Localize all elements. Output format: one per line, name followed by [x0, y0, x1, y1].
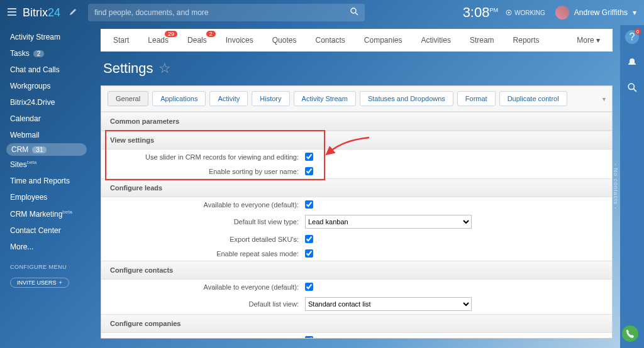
contacts-label-1: Default list view:: [110, 300, 305, 308]
nav-deals[interactable]: Deals2: [187, 36, 207, 45]
leads-row-2: Export detailed SKU's:: [101, 232, 612, 246]
sidebar-item-activity-stream[interactable]: Activity Stream: [0, 29, 93, 45]
tabs-collapse-icon[interactable]: ▾: [602, 95, 606, 102]
help-icon[interactable]: ? 0: [625, 30, 639, 44]
search-rail-icon[interactable]: [625, 80, 639, 94]
section-view: View settings: [101, 131, 612, 150]
hamburger-icon[interactable]: [8, 7, 16, 18]
tab-history[interactable]: History: [252, 91, 289, 106]
view-check-1[interactable]: [305, 167, 313, 175]
leads-check-0[interactable]: [305, 200, 313, 209]
tab-activity[interactable]: Activity: [209, 91, 248, 106]
sidebar-item-more-[interactable]: More...: [0, 239, 93, 255]
crm-nav: StartLeads29Deals2InvoicesQuotesContacts…: [101, 29, 613, 52]
contacts-row-0: Available to everyone (default):: [101, 280, 612, 294]
sidebar-item-calendar[interactable]: Calendar: [0, 111, 93, 127]
section-companies: Configure companies: [101, 314, 612, 333]
nav-contacts[interactable]: Contacts: [315, 36, 345, 45]
view-label-1: Enable sorting by user name:: [110, 168, 305, 175]
search-input[interactable]: [94, 8, 350, 17]
svg-point-3: [628, 84, 634, 89]
nav-start[interactable]: Start: [113, 36, 129, 45]
user-name: Andrew Griffiths: [574, 8, 628, 17]
search-icon[interactable]: [350, 7, 358, 18]
leads-row-3: Enable repeat sales mode:: [101, 246, 612, 261]
pencil-icon[interactable]: [69, 7, 77, 18]
leads-label-3: Enable repeat sales mode:: [110, 250, 305, 258]
sidebar-item-workgroups[interactable]: Workgroups: [0, 78, 93, 94]
invite-users-button[interactable]: INVITE USERS +: [10, 278, 69, 288]
leads-row-1: Default list view type:Lead kanban: [101, 212, 612, 232]
configure-menu[interactable]: CONFIGURE MENU: [0, 260, 93, 274]
tabs: GeneralApplicationsActivityHistoryActivi…: [101, 86, 612, 112]
sidebar-item-crm-marketing[interactable]: CRM Marketingbeta: [0, 205, 93, 222]
leads-select-1[interactable]: Lead kanban: [305, 215, 472, 229]
search-box[interactable]: [88, 4, 365, 21]
tab-statuses-and-dropdowns[interactable]: Statuses and Dropdowns: [360, 91, 453, 106]
sidebar-item-crm[interactable]: CRM31: [6, 143, 87, 156]
leads-label-0: Available to everyone (default):: [110, 201, 305, 209]
right-rail: ? 0: [620, 25, 644, 348]
nav-companies[interactable]: Companies: [364, 36, 402, 45]
leads-check-3[interactable]: [305, 249, 313, 258]
nav-invoices[interactable]: Invoices: [226, 36, 253, 45]
bell-icon[interactable]: [625, 55, 639, 69]
tab-activity-stream[interactable]: Activity Stream: [294, 91, 356, 106]
contacts-label-0: Available to everyone (default):: [110, 283, 305, 291]
logo: Bitrix24: [23, 6, 60, 19]
contacts-row-1: Default list view:Standard contact list: [101, 294, 612, 314]
sidebar-item-webmail[interactable]: Webmail: [0, 127, 93, 143]
companies-label-0: Available to everyone (default):: [110, 337, 305, 339]
tab-duplicate-control[interactable]: Duplicate control: [499, 91, 567, 106]
call-fab[interactable]: [622, 325, 638, 342]
nav-activities[interactable]: Activities: [421, 36, 451, 45]
sidebar-item-time-and-reports[interactable]: Time and Reports: [0, 173, 93, 189]
sidebar-item-chat-and-calls[interactable]: Chat and Calls: [0, 62, 93, 78]
avatar: [555, 6, 569, 19]
svg-point-0: [351, 8, 356, 13]
nav-stream[interactable]: Stream: [470, 36, 494, 45]
companies-row-0: Available to everyone (default):: [101, 333, 612, 338]
section-common: Common parameters: [101, 112, 612, 131]
companies-check-0[interactable]: [305, 336, 313, 338]
leads-label-1: Default list view type:: [110, 218, 305, 226]
page-title: Settings ☆: [103, 60, 610, 77]
status-working[interactable]: WORKING: [506, 9, 545, 16]
nav-more[interactable]: More ▾: [577, 36, 600, 45]
star-icon[interactable]: ☆: [158, 60, 171, 77]
contacts-check-0[interactable]: [305, 283, 313, 291]
clock-time: 3:08PM: [463, 4, 498, 21]
svg-point-2: [508, 12, 509, 14]
nav-quotes[interactable]: Quotes: [272, 36, 297, 45]
tab-format[interactable]: Format: [457, 91, 496, 106]
view-label-0: Use slider in CRM records for viewing an…: [110, 153, 305, 161]
chevron-down-icon: ▾: [633, 8, 636, 17]
tab-general[interactable]: General: [108, 91, 148, 106]
view-row-0: Use slider in CRM records for viewing an…: [101, 150, 612, 164]
sidebar-item-employees[interactable]: Employees: [0, 189, 93, 205]
no-contacts-label: - No contacts -: [613, 163, 619, 210]
nav-leads[interactable]: Leads29: [148, 36, 169, 45]
contacts-select-1[interactable]: Standard contact list: [305, 297, 472, 311]
sidebar-item-tasks[interactable]: Tasks2: [0, 45, 93, 62]
leads-check-2[interactable]: [305, 235, 313, 243]
section-leads: Configure leads: [101, 178, 612, 197]
sidebar-item-contact-center[interactable]: Contact Center: [0, 222, 93, 239]
leads-row-0: Available to everyone (default):: [101, 197, 612, 212]
sidebar-item-sites[interactable]: Sitesbeta: [0, 156, 93, 173]
user-menu[interactable]: Andrew Griffiths ▾: [555, 6, 636, 19]
settings-panel: GeneralApplicationsActivityHistoryActivi…: [101, 85, 613, 339]
section-contacts: Configure contacts: [101, 261, 612, 280]
nav-reports[interactable]: Reports: [513, 36, 540, 45]
sidebar: Activity StreamTasks2Chat and CallsWorkg…: [0, 25, 93, 348]
tab-applications[interactable]: Applications: [152, 91, 206, 106]
sidebar-item-bitrix24-drive[interactable]: Bitrix24.Drive: [0, 94, 93, 111]
view-row-1: Enable sorting by user name:: [101, 164, 612, 178]
leads-label-2: Export detailed SKU's:: [110, 236, 305, 243]
view-check-0[interactable]: [305, 153, 313, 161]
